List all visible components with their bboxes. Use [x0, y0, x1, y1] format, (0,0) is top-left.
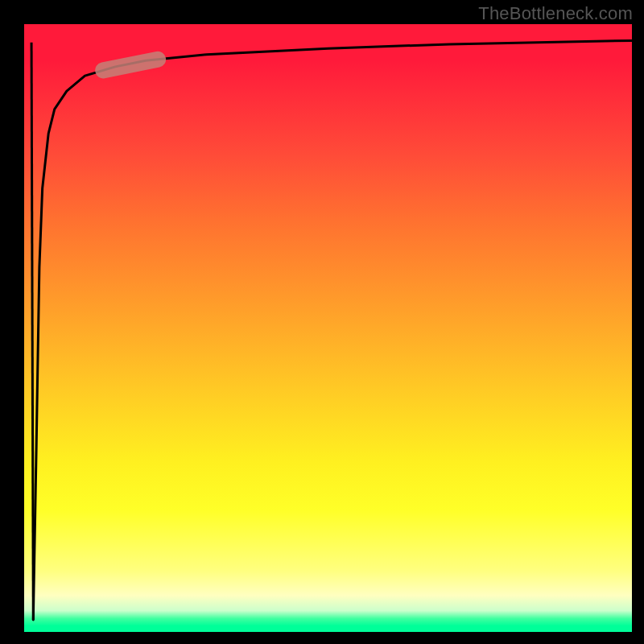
- watermark-text: TheBottleneck.com: [478, 3, 633, 24]
- chart-svg: [24, 24, 632, 632]
- curve-group: [31, 40, 632, 620]
- marker-group: [103, 60, 158, 71]
- marker-pill: [103, 60, 158, 71]
- curve-drop-segment: [31, 43, 33, 620]
- bottleneck-curve: [33, 40, 632, 620]
- chart-frame: TheBottleneck.com: [0, 0, 644, 644]
- plot-area: [24, 24, 632, 632]
